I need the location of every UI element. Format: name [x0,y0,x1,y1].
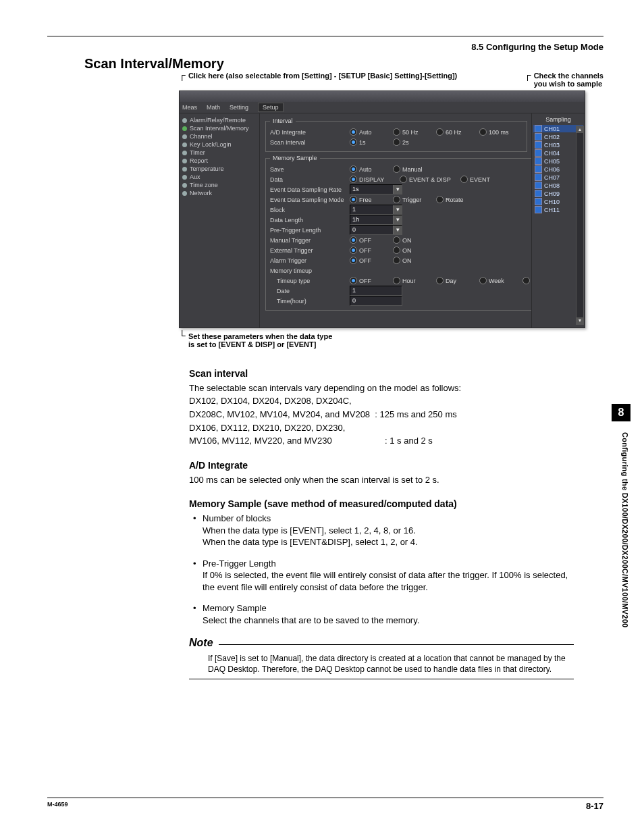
heading-scan-interval: Scan interval [189,367,574,380]
radio-mtrig-on[interactable]: ON [393,236,428,244]
radio-save-auto[interactable]: Auto [350,165,385,173]
nav-alarm[interactable]: Alarm/Relay/Remote [182,116,257,124]
radio-tu-off[interactable]: OFF [350,277,385,284]
menu-setting[interactable]: Setting [230,104,248,111]
page-number: 8-17 [586,801,603,811]
lbl-data: Data [270,176,350,183]
menu-math[interactable]: Math [207,104,220,111]
radio-ad-100ms[interactable]: 100 ms [479,128,514,136]
checkbox-icon[interactable] [535,190,542,197]
checkbox-icon[interactable] [535,157,542,165]
checkbox-icon[interactable] [535,141,542,149]
callout-set-parameters: └ Set these parameters when the data typ… [179,332,603,348]
chevron-down-icon: ▾ [393,226,402,234]
scroll-down-icon[interactable]: ▾ [576,317,583,324]
heading-memory-sample: Memory Sample (save method of measured/c… [189,498,574,511]
lbl-edsm: Event Data Sampling Mode [270,197,350,203]
nav-scan-interval[interactable]: Scan Interval/Memory [182,124,257,132]
body-text: MV106, MV112, MV220, and MV230: 1 s and … [189,435,574,447]
combo-block[interactable]: 1▾ [350,205,402,215]
radio-tu-hour[interactable]: Hour [393,277,428,284]
radio-save-manual[interactable]: Manual [393,165,428,173]
checkbox-icon[interactable] [535,198,542,205]
lbl-timeup-type: Timeup type [270,278,350,284]
radio-data-event[interactable]: EVENT [460,176,495,183]
breadcrumb: 8.5 Configuring the Setup Mode [47,42,603,52]
channel-header: Sampling [533,116,583,123]
radio-mtrig-off[interactable]: OFF [350,236,385,244]
group-memory-sample: Memory Sample Save Auto Manual Data DISP… [265,155,531,311]
lbl-data-length: Data Length [270,217,350,224]
nav-report[interactable]: Report [182,157,257,165]
nav-aux[interactable]: Aux [182,173,257,181]
nav-temperature[interactable]: Temperature [182,165,257,173]
checkbox-icon[interactable] [535,133,542,140]
footer: M-4659 8-17 [47,798,603,811]
nav-network[interactable]: Network [182,189,257,197]
radio-scan-1s[interactable]: 1s [350,138,385,146]
radio-tu-week[interactable]: Week [479,277,514,284]
radio-edsm-rotate[interactable]: Rotate [436,196,471,203]
lbl-date: Date [270,288,350,294]
nav-timer[interactable]: Timer [182,149,257,157]
input-date[interactable]: 1 [350,286,402,296]
menubar: Meas Math Setting Setup [180,102,585,113]
lbl-block: Block [270,207,350,213]
radio-etrig-off[interactable]: OFF [350,246,385,254]
heading-ad-integrate: A/D Integrate [189,459,574,472]
checkbox-icon[interactable] [535,206,542,213]
nav-timezone[interactable]: Time zone [182,181,257,189]
input-time[interactable]: 0 [350,296,402,306]
combo-data-length[interactable]: 1h▾ [350,215,402,225]
channel-panel: Sampling CH01 CH02 CH03 CH04 CH05 CH06 C… [531,113,585,328]
body-text: DX208C, MV102, MV104, MV204, and MV208 :… [189,409,574,421]
radio-scan-2s[interactable]: 2s [393,138,428,146]
body-text: 100 ms can be selected only when the sca… [189,474,574,486]
radio-data-display[interactable]: DISPLAY [350,176,392,183]
nav-channel[interactable]: Channel [182,132,257,140]
note-heading: Note [189,635,574,650]
radio-ad-50hz[interactable]: 50 Hz [393,128,428,136]
chevron-down-icon: ▾ [393,215,402,224]
lbl-pretrigger: Pre-Trigger Length [270,227,350,234]
bullet-item: •Pre-Trigger Length [193,558,574,570]
app-window: Meas Math Setting Setup Alarm/Relay/Remo… [179,90,585,328]
note-body: If [Save] is set to [Manual], the data d… [208,653,574,675]
combo-edsr[interactable]: 1s▾ [350,184,402,194]
checkbox-icon[interactable] [535,125,542,132]
body-text: Select the channels that are to be saved… [203,615,574,627]
body-text: When the data type is [EVENT&DISP], sele… [203,536,574,548]
body-text: DX102, DX104, DX204, DX208, DX204C, [189,395,574,407]
nav-keylock[interactable]: Key Lock/Login [182,140,257,149]
group-interval: Interval A/D Integrate Auto 50 Hz 60 Hz … [265,118,527,152]
checkbox-icon[interactable] [535,174,542,181]
radio-edsm-trigger[interactable]: Trigger [393,196,428,203]
checkbox-icon[interactable] [535,165,542,173]
chapter-tab-number: 8 [612,404,630,421]
combo-pretrigger[interactable]: 0▾ [350,225,402,235]
radio-atrig-off[interactable]: OFF [350,257,385,264]
scrollbar[interactable]: ▴ ▾ [576,126,584,325]
lbl-scan-interval: Scan Interval [270,139,350,146]
lbl-time-hour: Time(hour) [270,298,350,305]
radio-tu-month[interactable]: Month [522,277,531,284]
radio-etrig-on[interactable]: ON [393,246,428,254]
radio-ad-60hz[interactable]: 60 Hz [436,128,471,136]
checkbox-icon[interactable] [535,149,542,157]
scroll-up-icon[interactable]: ▴ [576,126,583,133]
radio-data-event-disp[interactable]: EVENT & DISP [400,176,452,183]
lbl-save: Save [270,166,350,173]
radio-atrig-on[interactable]: ON [393,257,428,264]
radio-ad-auto[interactable]: Auto [350,128,385,136]
menu-setup[interactable]: Setup [258,103,284,112]
lbl-memory-timeup: Memory timeup [270,267,350,274]
radio-tu-day[interactable]: Day [436,277,471,284]
lbl-manual-trigger: Manual Trigger [270,237,350,244]
checkbox-icon[interactable] [535,182,542,189]
body-text: When the data type is [EVENT], select 1,… [203,525,574,537]
callout-check-channels: ┌ Check the channels you wish to sample [525,72,603,88]
lbl-edsr: Event Data Sampling Rate [270,186,350,193]
radio-edsm-free[interactable]: Free [350,196,385,203]
chevron-down-icon: ▾ [393,185,402,194]
menu-meas[interactable]: Meas [182,104,197,111]
